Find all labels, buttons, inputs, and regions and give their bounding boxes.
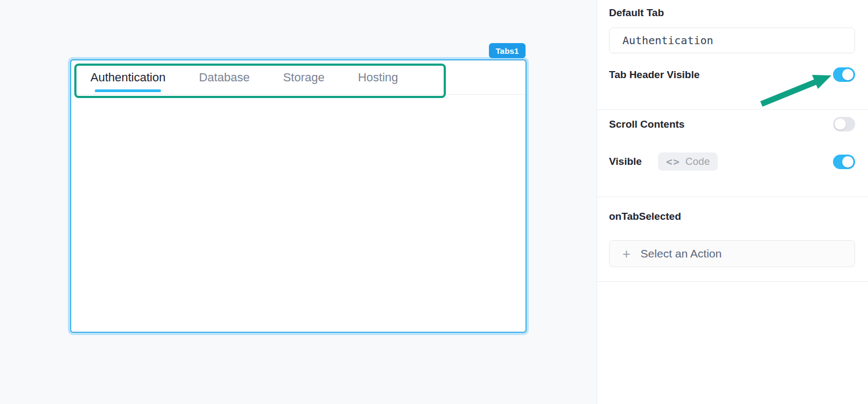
toggle-knob [842, 156, 853, 168]
tab-header-visible-row: Tab Header Visible [609, 67, 855, 82]
plus-icon: + [622, 247, 631, 261]
properties-panel: Default Tab Tab Header Visible Scroll Co… [597, 0, 868, 404]
editor-root: Tabs1 Authentication Database Storage Ho… [0, 0, 868, 404]
select-action-label: Select an Action [641, 247, 722, 260]
tab-content-area[interactable] [72, 95, 525, 331]
tab-header-visible-toggle[interactable] [833, 67, 855, 82]
tabs-widget[interactable]: Authentication Database Storage Hosting [71, 60, 526, 332]
tab-database[interactable]: Database [198, 61, 250, 94]
tab-storage[interactable]: Storage [282, 61, 326, 94]
scroll-contents-label: Scroll Contents [609, 119, 684, 130]
default-tab-input[interactable] [609, 27, 855, 53]
code-button[interactable]: <> Code [658, 152, 718, 171]
tab-authentication[interactable]: Authentication [89, 61, 166, 94]
select-action-button[interactable]: + Select an Action [609, 240, 855, 267]
scroll-contents-toggle[interactable] [833, 117, 855, 131]
toggle-knob [842, 69, 853, 80]
toggle-knob [835, 119, 846, 130]
code-button-label: Code [685, 156, 710, 168]
visible-label: Visible [609, 156, 642, 168]
on-tab-selected-label: onTabSelected [609, 211, 855, 222]
visible-row: Visible <> Code [609, 152, 855, 171]
scroll-contents-row: Scroll Contents [609, 117, 855, 131]
tab-hosting[interactable]: Hosting [357, 61, 400, 94]
tab-header: Authentication Database Storage Hosting [72, 61, 525, 95]
divider [597, 197, 868, 197]
divider [597, 109, 868, 110]
widget-name-badge[interactable]: Tabs1 [489, 43, 526, 58]
tab-header-visible-label: Tab Header Visible [609, 69, 699, 81]
default-tab-label: Default Tab [609, 7, 855, 19]
code-icon: <> [666, 156, 681, 168]
divider [597, 281, 868, 282]
visible-toggle[interactable] [833, 155, 855, 169]
